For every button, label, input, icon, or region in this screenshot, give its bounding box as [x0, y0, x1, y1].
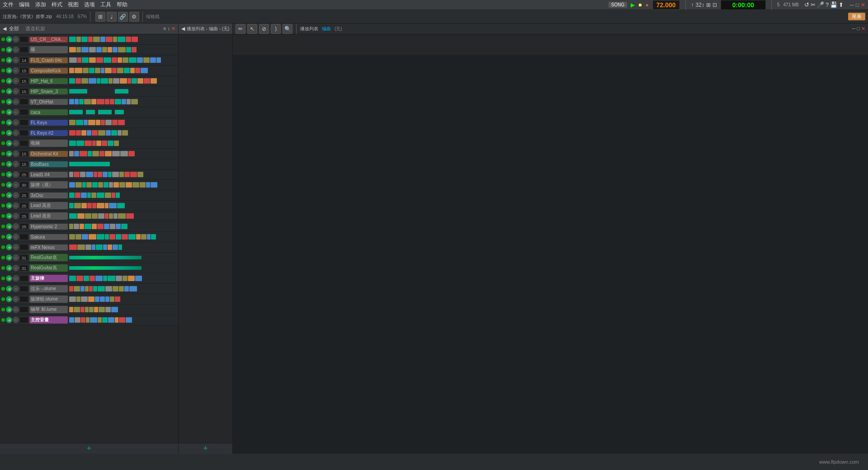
ch-name[interactable]: Lead 底音 [29, 212, 68, 220]
channel-row[interactable]: ◀ ○ 15 HIP_Hat_6 [0, 76, 178, 86]
ch-led[interactable] [1, 308, 5, 311]
ch-solo-btn[interactable]: ○ [13, 67, 19, 74]
ch-mute-btn[interactable]: ◀ [6, 99, 12, 105]
channel-row[interactable]: ◀ ○ 25 Lead 底音 [0, 211, 178, 221]
ch-led[interactable] [1, 48, 5, 52]
menu-add[interactable]: 添加 [35, 1, 46, 9]
ch-mute-btn[interactable]: ◀ [6, 130, 12, 136]
ch-led[interactable] [1, 235, 5, 239]
ch-led[interactable] [1, 266, 5, 270]
icon-export[interactable]: ⬆ [839, 1, 844, 8]
menu-view[interactable]: 视图 [68, 1, 79, 9]
pl-tool-select[interactable]: ↖ [247, 24, 257, 34]
ch-name[interactable]: CompositeKick [29, 68, 68, 74]
ch-led[interactable] [1, 245, 5, 249]
ch-mute-btn[interactable]: ◀ [6, 119, 12, 126]
tool-icon-1[interactable]: ↑ [691, 2, 694, 8]
channel-row[interactable]: ◀ ○ caca [0, 107, 178, 118]
ch-name[interactable]: HIP_Snare_3 [29, 89, 68, 94]
ch-pattern-area[interactable] [69, 275, 177, 282]
pl-tool-eraser[interactable]: ⊘ [259, 24, 269, 34]
menu-style[interactable]: 样式 [52, 1, 62, 9]
channel-row[interactable]: ◀ ○ 14 FLS_Crash 04c [0, 55, 178, 66]
menu-help[interactable]: 帮助 [117, 1, 127, 9]
channel-row[interactable]: ◀ ○ 主控音量 [0, 315, 178, 325]
ch-led[interactable] [1, 173, 5, 176]
ch-pattern-area[interactable] [69, 296, 177, 302]
ch-led[interactable] [1, 193, 5, 197]
channel-row[interactable]: ◀ ○ 25 Lead 高音 [0, 201, 178, 211]
ch-solo-btn[interactable]: ○ [13, 119, 19, 126]
ch-pattern-area[interactable] [69, 192, 177, 198]
ch-mute-btn[interactable]: ◀ [6, 254, 12, 261]
ch-pattern-area[interactable] [69, 140, 177, 146]
ch-name[interactable]: RealGuitar底 [29, 254, 68, 261]
playlist-tracks[interactable] [233, 54, 868, 454]
ch-name[interactable]: 电钢 [29, 140, 68, 147]
ch-led[interactable] [1, 162, 5, 166]
ch-led[interactable] [1, 131, 5, 135]
ch-solo-btn[interactable]: ○ [13, 161, 19, 167]
ch-pattern-area[interactable] [69, 88, 177, 94]
pl-tool-pencil[interactable]: ✏ [236, 24, 245, 34]
ch-led[interactable] [1, 277, 5, 280]
ch-name[interactable]: Lead1 #4 [29, 172, 68, 178]
channel-row[interactable]: ◀ ○ 30 旋律（底） [0, 180, 178, 190]
ch-mute-btn[interactable]: ◀ [6, 150, 12, 157]
icon-mic[interactable]: 🎤 [817, 1, 824, 8]
cr-close[interactable]: ✕ [171, 26, 175, 32]
ch-name[interactable]: RealGuitar高 [29, 264, 68, 272]
bpm-display[interactable]: 72.000 [652, 0, 680, 10]
ch-led[interactable] [1, 89, 5, 93]
ch-mute-btn[interactable]: ◀ [6, 202, 12, 209]
menu-edit[interactable]: 编辑 [19, 1, 30, 9]
ch-name[interactable]: 主控音量 [29, 316, 68, 324]
ch-led[interactable] [1, 69, 5, 72]
ch-name[interactable]: 主旋律 [29, 275, 68, 282]
ch-pattern-area[interactable] [69, 244, 177, 250]
channel-row[interactable]: ◀ ○ Sakura [0, 232, 178, 242]
ch-name[interactable]: 碟 [29, 46, 68, 53]
ch-mute-btn[interactable]: ◀ [6, 192, 12, 198]
channel-row[interactable]: ◀ ○ 15 Orchestral Kit [0, 149, 178, 159]
cr-icon-1[interactable]: ≡ [163, 26, 166, 32]
ch-led[interactable] [1, 110, 5, 114]
ch-led[interactable] [1, 100, 5, 103]
ch-pattern-area[interactable] [69, 57, 177, 63]
icon-piano[interactable]: ♩ [107, 12, 117, 22]
ch-mute-btn[interactable]: ◀ [6, 161, 12, 167]
ch-led[interactable] [1, 297, 5, 301]
ch-solo-btn[interactable]: ○ [13, 57, 19, 63]
ch-solo-btn[interactable]: ○ [13, 202, 19, 209]
ch-pattern-area[interactable] [69, 223, 177, 230]
ch-pattern-area[interactable] [69, 202, 177, 209]
ch-led[interactable] [1, 79, 5, 83]
ch-solo-btn[interactable]: ○ [13, 244, 19, 250]
ch-led[interactable] [1, 183, 5, 187]
cr-back[interactable]: ◀ [3, 26, 6, 32]
ch-solo-btn[interactable]: ○ [13, 296, 19, 302]
ch-pattern-area[interactable] [69, 317, 177, 323]
ch-name[interactable]: US_CR__CRASH [29, 37, 68, 42]
ch-led[interactable] [1, 318, 5, 322]
menu-tools[interactable]: 工具 [100, 1, 111, 9]
channel-row[interactable]: ◀ ○ 15 BooBass [0, 159, 178, 169]
ch-led[interactable] [1, 204, 5, 207]
channel-row[interactable]: ◀ ○ 15 HIP_Snare_3 [0, 86, 178, 97]
ch-mute-btn[interactable]: ◀ [6, 47, 12, 53]
ch-name[interactable]: 3xOsc [29, 193, 68, 198]
ch-led[interactable] [1, 121, 5, 124]
icon-plugin[interactable]: ⚙ [129, 12, 139, 22]
ch-mute-btn[interactable]: ◀ [6, 306, 12, 313]
ch-name[interactable]: BooBass [29, 161, 68, 167]
transport-record[interactable]: ● [646, 2, 649, 8]
ch-name[interactable]: VT_OhiHat [29, 99, 68, 105]
ch-pattern-area[interactable] [69, 47, 177, 53]
ch-pattern-area[interactable] [69, 286, 177, 292]
channel-row[interactable]: ◀ ○ 25 Lead1 #4 [0, 169, 178, 180]
ch-mute-btn[interactable]: ◀ [6, 78, 12, 84]
ch-pattern-area[interactable] [69, 234, 177, 240]
ch-solo-btn[interactable]: ○ [13, 140, 19, 146]
playlist-ruler[interactable] [233, 34, 868, 54]
ch-pattern-area[interactable] [69, 254, 177, 261]
